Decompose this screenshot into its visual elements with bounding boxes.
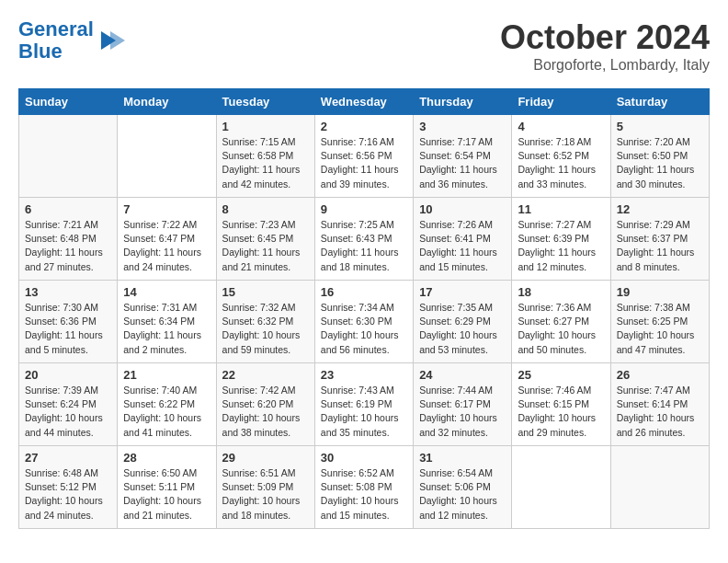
day-info: Sunrise: 7:22 AM Sunset: 6:47 PM Dayligh… (123, 218, 210, 274)
day-number: 12 (617, 202, 703, 216)
day-info: Sunrise: 7:47 AM Sunset: 6:14 PM Dayligh… (617, 384, 703, 440)
day-number: 18 (518, 285, 604, 299)
svg-marker-1 (110, 31, 125, 50)
weekday-header: Sunday (19, 89, 118, 115)
logo: General Blue (18, 18, 127, 63)
day-number: 13 (25, 285, 111, 299)
day-number: 10 (419, 202, 506, 216)
day-info: Sunrise: 7:43 AM Sunset: 6:19 PM Dayligh… (321, 384, 407, 440)
calendar-day (512, 446, 610, 529)
location: Borgoforte, Lombardy, Italy (500, 57, 710, 74)
day-info: Sunrise: 7:16 AM Sunset: 6:56 PM Dayligh… (321, 135, 407, 191)
calendar-day: 12Sunrise: 7:29 AM Sunset: 6:37 PM Dayli… (610, 198, 709, 281)
day-number: 17 (419, 285, 506, 299)
calendar-day: 21Sunrise: 7:40 AM Sunset: 6:22 PM Dayli… (118, 363, 216, 446)
day-info: Sunrise: 7:18 AM Sunset: 6:52 PM Dayligh… (518, 135, 604, 191)
weekday-header: Thursday (414, 89, 512, 115)
calendar-day: 15Sunrise: 7:32 AM Sunset: 6:32 PM Dayli… (216, 281, 314, 363)
day-number: 8 (222, 202, 309, 216)
calendar-day: 6Sunrise: 7:21 AM Sunset: 6:48 PM Daylig… (19, 198, 118, 281)
day-info: Sunrise: 7:30 AM Sunset: 6:36 PM Dayligh… (25, 301, 111, 357)
day-number: 5 (617, 120, 703, 133)
calendar-day: 18Sunrise: 7:36 AM Sunset: 6:27 PM Dayli… (512, 281, 610, 363)
day-number: 6 (25, 202, 111, 216)
calendar-table: SundayMondayTuesdayWednesdayThursdayFrid… (18, 88, 710, 529)
calendar-day: 20Sunrise: 7:39 AM Sunset: 6:24 PM Dayli… (19, 363, 118, 446)
calendar-header: SundayMondayTuesdayWednesdayThursdayFrid… (19, 89, 710, 115)
calendar-day: 25Sunrise: 7:46 AM Sunset: 6:15 PM Dayli… (512, 363, 610, 446)
day-info: Sunrise: 6:54 AM Sunset: 5:06 PM Dayligh… (419, 466, 506, 523)
day-number: 11 (518, 202, 604, 216)
day-info: Sunrise: 7:35 AM Sunset: 6:29 PM Dayligh… (419, 301, 506, 357)
calendar-day: 31Sunrise: 6:54 AM Sunset: 5:06 PM Dayli… (414, 446, 512, 529)
calendar-day: 5Sunrise: 7:20 AM Sunset: 6:50 PM Daylig… (610, 115, 709, 198)
day-number: 20 (25, 368, 111, 382)
page-header: General Blue October 2024 Borgoforte, Lo… (18, 18, 710, 74)
calendar-day: 24Sunrise: 7:44 AM Sunset: 6:17 PM Dayli… (414, 363, 512, 446)
day-info: Sunrise: 6:50 AM Sunset: 5:11 PM Dayligh… (123, 466, 210, 523)
day-number: 23 (321, 368, 407, 382)
calendar-day: 28Sunrise: 6:50 AM Sunset: 5:11 PM Dayli… (118, 446, 216, 529)
day-number: 3 (419, 120, 506, 133)
weekday-header: Wednesday (314, 89, 413, 115)
calendar-day: 22Sunrise: 7:42 AM Sunset: 6:20 PM Dayli… (216, 363, 314, 446)
weekday-header: Friday (512, 89, 610, 115)
logo-text: General Blue (18, 18, 94, 63)
day-info: Sunrise: 6:51 AM Sunset: 5:09 PM Dayligh… (222, 466, 309, 523)
weekday-header: Saturday (610, 89, 709, 115)
day-info: Sunrise: 7:38 AM Sunset: 6:25 PM Dayligh… (617, 301, 703, 357)
day-info: Sunrise: 7:32 AM Sunset: 6:32 PM Dayligh… (222, 301, 309, 357)
day-number: 4 (518, 120, 604, 133)
day-info: Sunrise: 7:26 AM Sunset: 6:41 PM Dayligh… (419, 218, 506, 274)
calendar-week: 13Sunrise: 7:30 AM Sunset: 6:36 PM Dayli… (19, 281, 710, 363)
day-info: Sunrise: 7:31 AM Sunset: 6:34 PM Dayligh… (123, 301, 210, 357)
day-number: 7 (123, 202, 210, 216)
day-info: Sunrise: 7:39 AM Sunset: 6:24 PM Dayligh… (25, 384, 111, 440)
day-number: 27 (25, 451, 111, 465)
day-info: Sunrise: 7:20 AM Sunset: 6:50 PM Dayligh… (617, 135, 703, 191)
calendar-day: 19Sunrise: 7:38 AM Sunset: 6:25 PM Dayli… (610, 281, 709, 363)
day-number: 2 (321, 120, 407, 133)
calendar-day: 16Sunrise: 7:34 AM Sunset: 6:30 PM Dayli… (314, 281, 413, 363)
calendar-week: 27Sunrise: 6:48 AM Sunset: 5:12 PM Dayli… (19, 446, 710, 529)
logo-icon (97, 26, 127, 55)
day-info: Sunrise: 7:29 AM Sunset: 6:37 PM Dayligh… (617, 218, 703, 274)
day-info: Sunrise: 7:25 AM Sunset: 6:43 PM Dayligh… (321, 218, 407, 274)
day-info: Sunrise: 7:21 AM Sunset: 6:48 PM Dayligh… (25, 218, 111, 274)
calendar-day (19, 115, 118, 198)
day-info: Sunrise: 7:17 AM Sunset: 6:54 PM Dayligh… (419, 135, 506, 191)
calendar-week: 6Sunrise: 7:21 AM Sunset: 6:48 PM Daylig… (19, 198, 710, 281)
calendar-day: 8Sunrise: 7:23 AM Sunset: 6:45 PM Daylig… (216, 198, 314, 281)
calendar-week: 1Sunrise: 7:15 AM Sunset: 6:58 PM Daylig… (19, 115, 710, 198)
day-info: Sunrise: 7:40 AM Sunset: 6:22 PM Dayligh… (123, 384, 210, 440)
title-block: October 2024 Borgoforte, Lombardy, Italy (500, 18, 710, 74)
calendar-day: 27Sunrise: 6:48 AM Sunset: 5:12 PM Dayli… (19, 446, 118, 529)
calendar-day: 7Sunrise: 7:22 AM Sunset: 6:47 PM Daylig… (118, 198, 216, 281)
day-number: 24 (419, 368, 506, 382)
day-number: 25 (518, 368, 604, 382)
day-number: 1 (222, 120, 309, 133)
calendar-day: 26Sunrise: 7:47 AM Sunset: 6:14 PM Dayli… (610, 363, 709, 446)
month-title: October 2024 (500, 18, 710, 57)
calendar-day: 30Sunrise: 6:52 AM Sunset: 5:08 PM Dayli… (314, 446, 413, 529)
calendar-day: 4Sunrise: 7:18 AM Sunset: 6:52 PM Daylig… (512, 115, 610, 198)
weekday-header: Tuesday (216, 89, 314, 115)
calendar-day: 2Sunrise: 7:16 AM Sunset: 6:56 PM Daylig… (314, 115, 413, 198)
day-number: 29 (222, 451, 309, 465)
day-number: 26 (617, 368, 703, 382)
day-number: 21 (123, 368, 210, 382)
day-info: Sunrise: 7:44 AM Sunset: 6:17 PM Dayligh… (419, 384, 506, 440)
day-number: 19 (617, 285, 703, 299)
day-info: Sunrise: 7:27 AM Sunset: 6:39 PM Dayligh… (518, 218, 604, 274)
calendar-day: 14Sunrise: 7:31 AM Sunset: 6:34 PM Dayli… (118, 281, 216, 363)
calendar-day (610, 446, 709, 529)
calendar-day (118, 115, 216, 198)
day-number: 30 (321, 451, 407, 465)
day-number: 16 (321, 285, 407, 299)
day-info: Sunrise: 7:42 AM Sunset: 6:20 PM Dayligh… (222, 384, 309, 440)
weekday-header: Monday (118, 89, 216, 115)
day-number: 28 (123, 451, 210, 465)
day-info: Sunrise: 6:48 AM Sunset: 5:12 PM Dayligh… (25, 466, 111, 523)
calendar-day: 11Sunrise: 7:27 AM Sunset: 6:39 PM Dayli… (512, 198, 610, 281)
calendar-day: 3Sunrise: 7:17 AM Sunset: 6:54 PM Daylig… (414, 115, 512, 198)
